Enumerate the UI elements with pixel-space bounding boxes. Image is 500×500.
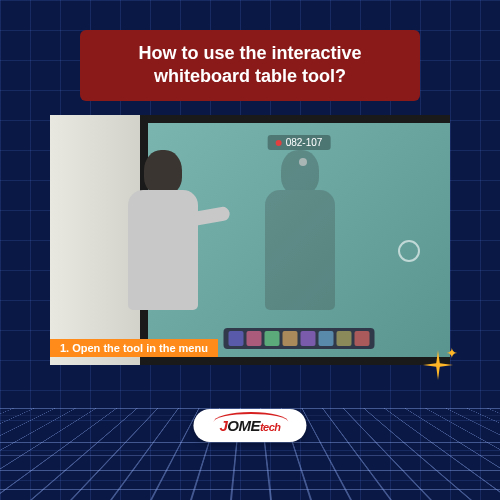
logo-arc-icon — [213, 412, 288, 422]
record-dot-icon — [276, 140, 282, 146]
title-card: How to use the interactive whiteboard ta… — [80, 30, 420, 101]
brand-logo: JOMEtech — [193, 409, 306, 442]
control-ring-icon — [398, 240, 420, 262]
step-caption: 1. Open the tool in the menu — [50, 339, 218, 357]
person-reflection — [260, 150, 340, 340]
sparkle-small-icon: ✦ — [446, 345, 458, 357]
title-line2: whiteboard table tool? — [102, 65, 398, 88]
sparkle-decoration: ✦ — [418, 345, 458, 385]
tool-more-icon — [355, 331, 370, 346]
person-figure — [120, 150, 205, 350]
indicator-text: 082-107 — [286, 137, 323, 148]
title-line1: How to use the interactive — [102, 42, 398, 65]
recording-indicator: 082-107 — [268, 135, 331, 150]
video-frame[interactable]: 082-107 1. Open the tool in the menu — [50, 115, 450, 365]
tool-pointer-icon — [229, 331, 244, 346]
